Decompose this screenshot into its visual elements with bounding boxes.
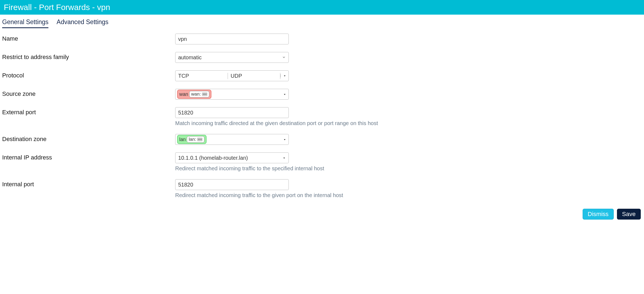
svg-marker-10: [284, 139, 286, 140]
destination-zone-interface-label: lan:: [189, 137, 196, 142]
name-input-field[interactable]: [178, 36, 286, 42]
source-zone-select[interactable]: wan wan:: [175, 89, 289, 100]
source-zone-name: wan: [179, 92, 188, 97]
svg-marker-5: [284, 94, 286, 95]
protocol-tag-udp[interactable]: UDP: [228, 73, 280, 79]
ethernet-port-icon: [197, 138, 203, 141]
name-input[interactable]: [175, 34, 289, 44]
tabs: General Settings Advanced Settings: [0, 15, 644, 28]
internal-port-field[interactable]: [178, 182, 286, 188]
svg-marker-0: [284, 76, 286, 77]
internal-port-help: Redirect matched incoming traffic to the…: [175, 192, 642, 198]
internal-ip-value: 10.1.0.1 (homelab-router.lan): [178, 155, 286, 161]
label-source-zone: Source zone: [2, 89, 175, 97]
external-port-help: Match incoming traffic directed at the g…: [175, 120, 642, 126]
internal-port-input[interactable]: [175, 179, 289, 190]
internal-ip-select[interactable]: 10.1.0.1 (homelab-router.lan): [175, 152, 289, 163]
page-header: Firewall - Port Forwards - vpn: [0, 0, 644, 15]
dismiss-button[interactable]: Dismiss: [583, 209, 614, 220]
protocol-dropdown-toggle[interactable]: [280, 74, 288, 77]
source-zone-badge: wan wan:: [177, 90, 211, 99]
destination-zone-select[interactable]: lan lan:: [175, 134, 289, 145]
tab-general-settings[interactable]: General Settings: [2, 18, 48, 28]
label-address-family: Restrict to address family: [2, 52, 175, 61]
label-internal-ip: Internal IP address: [2, 152, 175, 161]
source-zone-interface: wan:: [189, 91, 209, 97]
svg-rect-8: [200, 139, 200, 141]
svg-rect-9: [201, 139, 202, 141]
destination-zone-interface: lan:: [187, 136, 204, 143]
ethernet-port-icon: [202, 92, 207, 96]
form: Name Restrict to address family automati…: [0, 28, 644, 209]
destination-zone-badge: lan lan:: [177, 135, 207, 144]
address-family-select[interactable]: automatic: [175, 52, 289, 63]
action-bar: Dismiss Save: [0, 209, 644, 223]
source-zone-dropdown-toggle[interactable]: [283, 91, 286, 97]
internal-ip-help: Redirect matched incoming traffic to the…: [175, 165, 642, 172]
label-protocol: Protocol: [2, 70, 175, 79]
save-button[interactable]: Save: [617, 209, 641, 220]
label-name: Name: [2, 34, 175, 42]
tab-advanced-settings[interactable]: Advanced Settings: [57, 18, 108, 28]
source-zone-interface-label: wan:: [191, 92, 201, 97]
external-port-input[interactable]: [175, 107, 289, 118]
svg-rect-3: [204, 93, 205, 95]
svg-rect-4: [205, 93, 206, 95]
external-port-field[interactable]: [178, 110, 286, 116]
page-title: Firewall - Port Forwards - vpn: [4, 3, 110, 12]
destination-zone-dropdown-toggle[interactable]: [283, 136, 286, 143]
destination-zone-name: lan: [179, 137, 186, 142]
address-family-value: automatic: [178, 54, 286, 61]
protocol-select[interactable]: TCP UDP: [175, 70, 289, 81]
svg-rect-7: [198, 139, 199, 141]
protocol-tag-tcp[interactable]: TCP: [175, 73, 228, 79]
label-external-port: External port: [2, 107, 175, 116]
svg-rect-2: [203, 93, 204, 95]
label-internal-port: Internal port: [2, 179, 175, 188]
label-destination-zone: Destination zone: [2, 134, 175, 143]
